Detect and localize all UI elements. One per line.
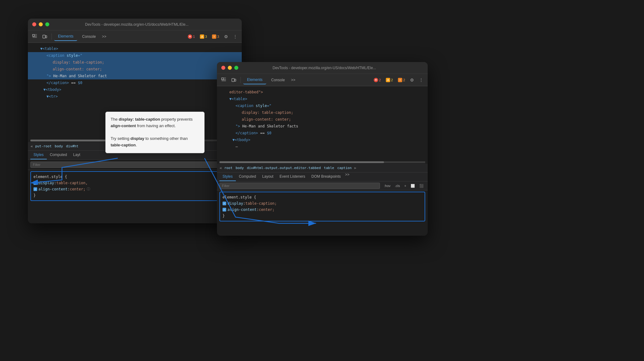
tree-line2-dash[interactable]: — bbox=[217, 143, 428, 150]
tool-layout-view[interactable]: ⬜ bbox=[409, 183, 417, 189]
device-icon-2[interactable] bbox=[229, 76, 238, 84]
tool-cls[interactable]: .cls bbox=[393, 183, 402, 188]
close-button[interactable] bbox=[32, 22, 36, 26]
tab-console-1[interactable]: Console bbox=[78, 33, 99, 41]
badge-warning-2[interactable]: ⚠ 2 bbox=[384, 77, 395, 83]
tab-elements-2[interactable]: Elements bbox=[243, 76, 266, 84]
badge-warning-1[interactable]: ⚠ 3 bbox=[198, 34, 209, 39]
tree-line-table[interactable]: ▼<table> bbox=[28, 45, 242, 52]
breadcrumb-put-root[interactable]: put-root bbox=[34, 144, 53, 148]
badge-info-2[interactable]: ! 2 bbox=[396, 77, 407, 83]
filter-input-1[interactable] bbox=[30, 162, 239, 168]
filter-row-2: :hov .cls + ⬜ ⬛ bbox=[217, 181, 428, 190]
tree-line2-caption-open[interactable]: <caption style=" bbox=[217, 102, 428, 109]
css-selector-line-2: element.style { bbox=[223, 194, 422, 200]
breadcrumb-back-1[interactable]: ◀ bbox=[30, 144, 33, 148]
css-selector-line-1: element.style { bbox=[33, 174, 236, 180]
breadcrumb-root[interactable]: root bbox=[223, 166, 234, 170]
tab-more-panel-2[interactable]: >> bbox=[344, 172, 351, 181]
tab-layout-2[interactable]: Layout bbox=[259, 172, 276, 181]
breadcrumb-body-1[interactable]: body bbox=[54, 144, 64, 148]
tree-line2-text[interactable]: "> He-Man and Skeletor facts bbox=[217, 123, 428, 130]
badge-info-1[interactable]: ! 3 bbox=[210, 34, 221, 39]
tree-line2-table[interactable]: ▼<table> bbox=[217, 96, 428, 102]
info-icon-1[interactable]: ⓘ bbox=[87, 186, 90, 192]
more-icon-1[interactable]: ⋮ bbox=[231, 33, 239, 40]
tree-line2-editor[interactable]: editor-tabbed"> bbox=[217, 89, 428, 96]
checkbox-align-1[interactable] bbox=[33, 187, 37, 191]
breadcrumb-caption[interactable]: caption bbox=[336, 166, 352, 170]
window-title-1: DevTools - developer.mozilla.org/en-US/d… bbox=[36, 22, 237, 27]
svg-rect-1 bbox=[43, 35, 45, 38]
tree-line-tr[interactable]: ▼<tr> bbox=[28, 93, 242, 100]
css-prop-align-1[interactable]: align-content : center; ⓘ bbox=[33, 186, 236, 192]
css-close-1: } bbox=[33, 192, 236, 198]
titlebar-1: DevTools - developer.mozilla.org/en-US/d… bbox=[28, 19, 242, 30]
tool-hov[interactable]: :hov bbox=[382, 183, 392, 188]
tab-console-2[interactable]: Console bbox=[267, 76, 289, 84]
css-rule-box-1: element.style { display : table-caption,… bbox=[30, 171, 239, 201]
tree-line2-tbody[interactable]: ▼<tbody> bbox=[217, 136, 428, 143]
tree-line-caption-close[interactable]: </caption> == $0 bbox=[28, 79, 242, 86]
tab-styles-2[interactable]: Styles bbox=[219, 172, 236, 181]
more-icon-2[interactable]: ⋮ bbox=[417, 76, 425, 84]
toolbar-1: Elements Console >> ✕ 1 ⚠ 3 ! 3 ⚙ ⋮ bbox=[28, 30, 242, 43]
breadcrumb-forward-2[interactable]: ▶ bbox=[355, 166, 357, 170]
sep2 bbox=[240, 77, 241, 83]
close-button-2[interactable] bbox=[221, 66, 225, 70]
tree-line-tbody[interactable]: ▼<tbody> bbox=[28, 86, 242, 93]
tree-line-caption-open[interactable]: <caption style=" bbox=[28, 52, 242, 59]
tree-line2-align[interactable]: align-content: center; bbox=[217, 116, 428, 123]
panel-tabs-2: Styles Computed Layout Event Listeners D… bbox=[217, 172, 428, 181]
svg-rect-7 bbox=[235, 79, 236, 81]
breadcrumb-div-1[interactable]: div#ht bbox=[65, 144, 79, 148]
toolbar-2: Elements Console >> ✕ 2 ⚠ 2 ! 2 ⚙ ⋮ bbox=[217, 74, 428, 86]
tab-layout-1[interactable]: Layt bbox=[70, 151, 83, 159]
tooltip-popup: The display: table-caption property prev… bbox=[105, 112, 205, 153]
badge-error-1[interactable]: ✕ 1 bbox=[186, 34, 197, 39]
tree-line2-display[interactable]: display: table-caption; bbox=[217, 109, 428, 116]
svg-rect-0 bbox=[33, 34, 34, 36]
breadcrumb-2: ◀ root body div#html-output.output.edito… bbox=[217, 164, 428, 172]
badge-error-2[interactable]: ✕ 2 bbox=[372, 77, 383, 83]
breadcrumb-body-2[interactable]: body bbox=[235, 166, 245, 170]
devtools-window-2: DevTools - developer.mozilla.org/en-US/d… bbox=[217, 62, 428, 236]
titlebar-2: DevTools - developer.mozilla.org/en-US/d… bbox=[217, 62, 428, 74]
scrollbar-2[interactable] bbox=[217, 161, 428, 163]
tab-more-1[interactable]: >> bbox=[101, 34, 108, 39]
tab-computed-1[interactable]: Computed bbox=[47, 151, 70, 159]
tab-elements-1[interactable]: Elements bbox=[54, 32, 77, 41]
tree-line2-caption-close[interactable]: </caption> == $0 bbox=[217, 130, 428, 136]
tab-styles-1[interactable]: Styles bbox=[30, 151, 47, 159]
html-tree-2: editor-tabbed"> ▼<table> <caption style=… bbox=[217, 86, 428, 161]
sep1 bbox=[51, 33, 52, 40]
tab-computed-2[interactable]: Computed bbox=[236, 172, 259, 181]
css-prop-display-2[interactable]: display : table-caption; bbox=[223, 200, 422, 207]
filter-input-2[interactable] bbox=[219, 183, 380, 189]
breadcrumb-table[interactable]: table bbox=[323, 166, 335, 170]
tool-add[interactable]: + bbox=[403, 183, 408, 188]
checkbox-display-1[interactable] bbox=[33, 181, 37, 185]
tree-line-align[interactable]: align-content: center; bbox=[28, 66, 242, 73]
tab-more-2[interactable]: >> bbox=[290, 78, 297, 82]
tooltip-text-2: Try setting display to something other t… bbox=[111, 136, 199, 149]
css-prop-display-1[interactable]: display : table-caption, bbox=[33, 180, 236, 186]
tab-event-2[interactable]: Event Listeners bbox=[276, 172, 308, 181]
checkbox-display-2[interactable] bbox=[223, 202, 226, 205]
breadcrumb-back-2[interactable]: ◀ bbox=[219, 166, 222, 170]
settings-icon-2[interactable]: ⚙ bbox=[408, 76, 416, 84]
settings-icon-1[interactable]: ⚙ bbox=[222, 33, 230, 40]
tree-line-text[interactable]: "> He-Man and Skeletor fact bbox=[28, 73, 242, 79]
svg-rect-5 bbox=[222, 78, 223, 80]
inspect-icon[interactable] bbox=[30, 32, 39, 41]
filter-bar-1 bbox=[28, 160, 242, 170]
tooltip-text-1: The display: table-caption property prev… bbox=[111, 116, 199, 129]
tool-box-model[interactable]: ⬛ bbox=[418, 183, 425, 189]
breadcrumb-div-2[interactable]: div#html-output.output.editor-tabbed bbox=[246, 166, 322, 170]
device-icon[interactable] bbox=[40, 32, 49, 41]
inspect-icon-2[interactable] bbox=[219, 76, 228, 84]
checkbox-align-2[interactable] bbox=[223, 208, 226, 212]
tree-line-display[interactable]: display: table-caption; bbox=[28, 59, 242, 66]
tab-dom-2[interactable]: DOM Breakpoints bbox=[308, 172, 344, 181]
css-prop-align-2[interactable]: align-content : center; bbox=[223, 207, 422, 213]
